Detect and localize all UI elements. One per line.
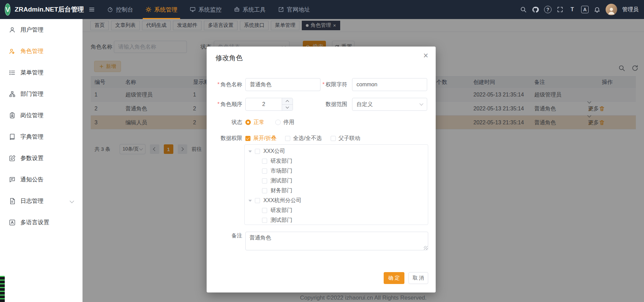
tree-node-label[interactable]: 测试部门 [271,217,292,224]
language-icon: A [581,6,589,13]
hamburger-icon [89,6,95,13]
fullscreen-button[interactable] [557,6,563,13]
tree-checkbox[interactable] [262,208,267,213]
sidebar-item-logs[interactable]: 日志管理 [0,190,82,212]
help-button[interactable]: ? [544,6,552,13]
topnav-website-link[interactable]: 官网地址 [272,0,316,19]
tree-checkbox[interactable] [262,159,267,164]
decrement-button[interactable] [282,105,293,111]
topnav-system-management[interactable]: 系统管理 [139,0,184,19]
close-icon[interactable]: × [423,51,428,60]
radio-status-disabled[interactable]: 停用 [275,119,294,126]
chevron-up-icon [286,100,289,104]
sidebar-item-label: 角色管理 [20,47,43,55]
remark-label: 备注 [207,229,242,242]
tree-node[interactable]: XXX公司 [245,146,428,156]
checkbox-label: 父子联动 [338,135,360,142]
increment-button[interactable] [282,98,293,105]
org-tree-icon [9,91,16,97]
header-search-button[interactable] [520,6,527,13]
checkbox-select-all[interactable]: 全选/全不选 [285,135,321,142]
monitor-icon [190,6,196,13]
remark-textarea[interactable]: 普通角色 [245,232,428,250]
role-name-label: *角色名称 [207,78,242,91]
role-order-value[interactable] [246,98,282,110]
tree-checkbox[interactable] [262,218,267,223]
font-size-button[interactable]: T [569,6,576,13]
radio-icon [245,120,251,125]
status-radio-group: 正常 停用 [245,116,294,129]
tree-node-label[interactable]: 财务部门 [271,187,292,194]
tree-checkbox[interactable] [262,188,267,193]
sidebar-item-menus[interactable]: 菜单管理 [0,62,82,83]
tree-node-label[interactable]: 研发部门 [271,158,292,165]
notifications-button[interactable] [594,6,601,13]
topnav-system-monitor[interactable]: 系统监控 [184,0,228,19]
tree-checkbox[interactable] [262,168,267,174]
tree-node-label[interactable]: 市场部门 [271,167,292,175]
sidebar-item-parameters[interactable]: 参数设置 [0,147,82,169]
checkbox-parent-child-link[interactable]: 父子联动 [331,135,360,142]
chevron-down-icon [286,105,289,108]
sidebar-toggle-button[interactable] [83,0,101,19]
app-logo[interactable]: V ZRAdmin.NET后台管理 [0,0,83,19]
sidebar-item-label: 用户管理 [20,26,43,34]
data-perm-label: 数据权限 [207,132,242,145]
tree-node[interactable]: 市场部门 [245,166,428,176]
role-order-label: *角色顺序 [207,98,242,111]
bottom-left-monitor-widget [0,276,5,302]
tree-checkbox[interactable] [262,178,267,183]
role-icon [9,48,16,55]
topnav-system-tools[interactable]: 系统工具 [228,0,272,19]
sidebar-item-roles[interactable]: 角色管理 [0,40,82,62]
font-size-icon: T [569,6,576,13]
tree-node-label[interactable]: XXX公司 [263,148,285,155]
message-bubble-icon [9,176,16,183]
sidebar-item-label: 参数设置 [20,154,43,162]
textarea-resize-handle[interactable] [424,246,428,250]
sidebar-item-notices[interactable]: 通知公告 [0,169,82,190]
topbar-actions: ? T A 管理员 [520,0,644,19]
tree-node-label[interactable]: XXX杭州分公司 [263,197,301,204]
sidebar-item-dictionary[interactable]: 字典管理 [0,126,82,147]
required-mark: * [217,82,220,87]
required-mark: * [323,82,325,87]
tree-node[interactable]: 测试部门 [245,215,428,225]
tree-node[interactable]: 测试部门 [245,176,428,186]
caret-down-icon[interactable] [248,150,252,153]
language-button[interactable]: A [581,6,589,13]
sidebar-item-posts[interactable]: 岗位管理 [0,105,82,126]
radio-status-normal[interactable]: 正常 [245,119,264,126]
topnav-label: 系统监控 [198,6,222,14]
confirm-button[interactable]: 确 定 [384,272,404,284]
sidebar-item-label: 日志管理 [20,197,43,205]
tree-node-label[interactable]: 测试部门 [271,177,292,184]
role-name-input[interactable] [245,78,320,91]
perm-char-input[interactable] [352,78,427,91]
sidebar-item-i18n[interactable]: 多语言设置 [0,212,82,233]
sidebar-item-users[interactable]: 用户管理 [0,19,82,40]
tree-node[interactable]: 研发部门 [245,206,428,215]
checkbox-icon [245,136,250,141]
permission-tree: XXX公司 研发部门 市场部门 测试部门 财务部门 XXX杭州分公司 研发部门 [244,144,428,225]
tree-node[interactable]: 研发部门 [245,156,428,166]
sidebar-item-label: 部门管理 [20,90,43,98]
checkbox-expand-collapse[interactable]: 展开/折叠 [245,135,276,142]
perm-char-label: *权限字符 [312,78,347,91]
tree-node[interactable]: 财务部门 [245,186,428,196]
tree-checkbox[interactable] [255,149,260,154]
topnav-console[interactable]: 控制台 [101,0,139,19]
tree-node[interactable]: XXX杭州分公司 [245,196,428,206]
cancel-button[interactable]: 取 消 [408,272,428,284]
tree-checkbox[interactable] [255,198,260,203]
current-user-name[interactable]: 管理员 [622,6,639,13]
avatar[interactable] [606,4,617,15]
role-order-input[interactable] [245,98,293,111]
github-button[interactable] [532,6,539,13]
sidebar-item-departments[interactable]: 部门管理 [0,83,82,105]
data-scope-select[interactable]: 自定义 [352,98,427,111]
caret-down-icon[interactable] [248,200,252,202]
tree-node-label[interactable]: 研发部门 [271,207,292,214]
checkbox-icon [331,136,336,141]
topnav-label: 系统工具 [243,6,266,14]
